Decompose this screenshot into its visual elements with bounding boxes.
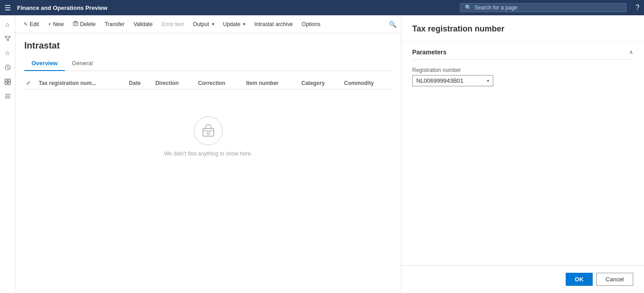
top-bar: ☰ Finance and Operations Preview 🔍 ?: [0, 0, 644, 15]
new-button[interactable]: + New: [45, 19, 68, 29]
content-area: ✎ Edit + New: [15, 15, 644, 293]
page-body: Intrastat Overview General ✓ Tax registr…: [15, 33, 401, 293]
panel-footer: OK Cancel: [401, 265, 644, 293]
options-button[interactable]: Options: [298, 19, 324, 29]
col-correction[interactable]: Correction: [194, 77, 243, 89]
edit-icon: ✎: [23, 21, 28, 27]
cancel-button[interactable]: Cancel: [596, 273, 633, 286]
intrastat-archive-button[interactable]: Intrastat archive: [251, 19, 296, 29]
panel-section-title: Parameters: [412, 49, 446, 56]
hamburger-icon[interactable]: ☰: [5, 4, 11, 12]
registration-number-value: NL006999943B01: [416, 77, 464, 84]
delete-icon: [73, 21, 78, 27]
col-date[interactable]: Date: [126, 77, 152, 89]
svg-rect-2: [8, 79, 10, 81]
panel-title: Tax registration number: [401, 15, 644, 41]
search-bar-container: 🔍: [460, 3, 626, 12]
app-title: Finance and Operations Preview: [17, 4, 108, 11]
help-icon[interactable]: ?: [635, 4, 639, 12]
empty-state-message: We didn't find anything to show here.: [164, 151, 252, 157]
right-panel: Tax registration number Parameters ∧ Reg…: [401, 15, 644, 293]
col-category[interactable]: Category: [298, 77, 341, 89]
sidebar-item-modules[interactable]: [1, 90, 14, 102]
tab-general[interactable]: General: [65, 57, 100, 71]
output-button[interactable]: Output: [189, 19, 217, 29]
chevron-down-icon: ▾: [487, 78, 489, 83]
tab-overview[interactable]: Overview: [24, 57, 65, 71]
sidebar-item-home[interactable]: ⌂: [1, 18, 14, 31]
registration-number-field: Registration number NL006999943B01 ▾: [412, 67, 633, 86]
data-table: ✓ Tax registration num... Date Direction…: [24, 77, 392, 175]
transfer-button[interactable]: Transfer: [101, 19, 128, 29]
svg-point-13: [207, 133, 209, 135]
sidebar-item-recent[interactable]: [1, 61, 14, 74]
col-item-number[interactable]: Item number: [243, 77, 298, 89]
panel-section-header: Parameters ∧: [412, 49, 633, 60]
empty-state: We didn't find anything to show here.: [24, 89, 392, 175]
sidebar-item-workspaces[interactable]: [1, 75, 14, 88]
panel-parameters-section: Parameters ∧ Registration number NL00699…: [401, 41, 644, 100]
action-bar: ✎ Edit + New: [15, 15, 401, 33]
col-direction[interactable]: Direction: [152, 77, 194, 89]
col-tax-reg-num[interactable]: Tax registration num...: [35, 77, 126, 89]
empty-icon: [194, 116, 223, 145]
svg-rect-3: [5, 82, 7, 84]
main-page: ✎ Edit + New: [15, 15, 401, 293]
svg-rect-4: [8, 82, 10, 84]
validate-button[interactable]: Validate: [130, 19, 156, 29]
sidebar-item-favorites[interactable]: ☆: [1, 47, 14, 59]
search-icon: 🔍: [465, 4, 472, 11]
col-check: ✓: [24, 77, 35, 89]
collapse-icon[interactable]: ∧: [629, 49, 633, 55]
svg-rect-1: [5, 79, 7, 81]
sidebar-item-filter[interactable]: [1, 32, 14, 45]
main-layout: ⌂ ☆: [0, 15, 644, 293]
page-title: Intrastat: [24, 40, 392, 51]
new-icon: +: [48, 21, 51, 27]
edit-button[interactable]: ✎ Edit: [20, 19, 43, 29]
search-input[interactable]: [474, 4, 621, 11]
update-button[interactable]: Update: [220, 19, 249, 29]
sidebar: ⌂ ☆: [0, 15, 15, 293]
error-text-button[interactable]: Error text: [158, 19, 187, 29]
registration-number-select[interactable]: NL006999943B01 ▾: [412, 75, 493, 86]
action-bar-search-icon[interactable]: 🔍: [389, 21, 396, 28]
tabs: Overview General: [24, 57, 392, 71]
delete-button[interactable]: Delete: [69, 19, 99, 29]
ok-button[interactable]: OK: [566, 273, 593, 286]
registration-number-label: Registration number: [412, 67, 633, 73]
svg-rect-8: [73, 22, 78, 26]
col-commodity[interactable]: Commodity: [341, 77, 392, 89]
